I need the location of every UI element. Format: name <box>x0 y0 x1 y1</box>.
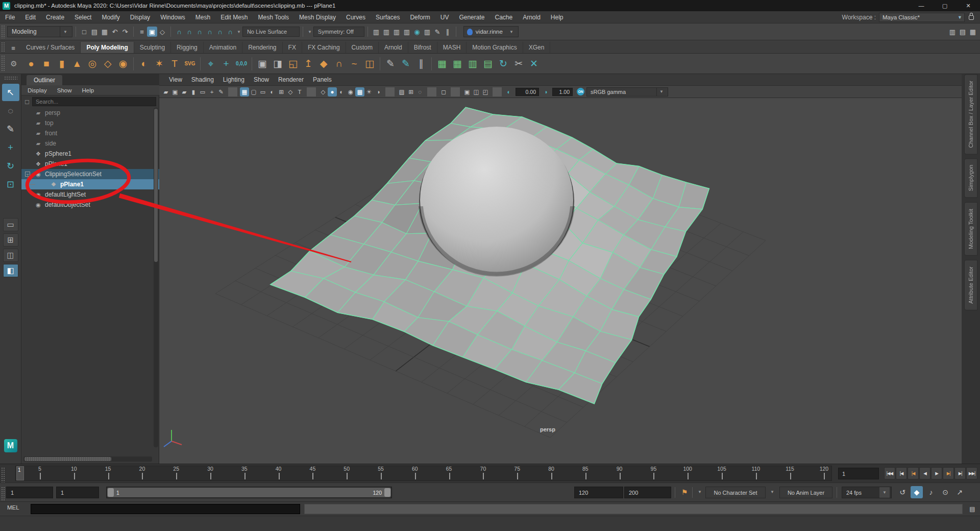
safe-title-icon[interactable]: T <box>295 87 304 96</box>
exposure-field[interactable]: 0.00 <box>516 88 539 96</box>
panel-tab[interactable]: Simplygon <box>964 158 977 198</box>
step-forward-frame-button[interactable]: ▶| <box>954 467 966 479</box>
make-object-live-icon[interactable]: ∩ <box>225 27 235 37</box>
layout-uv-icon[interactable]: ▤ <box>480 56 496 71</box>
ssao-icon[interactable]: ◫ <box>472 87 481 96</box>
select-camera-icon[interactable]: ▰ <box>161 87 170 96</box>
combine-icon[interactable]: ▣ <box>255 56 270 71</box>
single-pane-layout-button[interactable]: ▭ <box>3 218 18 231</box>
select-object-icon[interactable]: ▣ <box>147 27 157 37</box>
xray-joints-icon[interactable]: ◌ <box>415 87 425 96</box>
poly-disc-icon[interactable]: ◉ <box>115 56 131 71</box>
smooth-shade-icon[interactable]: ● <box>328 87 337 96</box>
extrude-icon[interactable]: ↥ <box>301 56 316 71</box>
poly-cone-icon[interactable]: ▲ <box>69 56 85 71</box>
close-button[interactable]: ✕ <box>957 0 980 11</box>
snap-to-projected-center-icon[interactable]: ∩ <box>205 27 215 37</box>
script-editor-icon[interactable]: ▤ <box>968 504 977 514</box>
menu-item[interactable]: Display <box>125 11 155 23</box>
loop-toggle-icon[interactable]: ↺ <box>896 486 909 498</box>
scrollbar-thumb[interactable] <box>154 109 158 262</box>
viewport-menu-item[interactable]: Show <box>249 76 274 83</box>
mute-audio-icon[interactable]: ♪ <box>925 486 937 498</box>
image-plane-icon[interactable]: ▭ <box>198 87 207 96</box>
outliner-menu-item[interactable]: Show <box>57 87 72 93</box>
outliner-tab[interactable]: Outliner <box>27 75 62 85</box>
anim-layer-select[interactable]: No Anim Layer <box>779 487 832 498</box>
character-set-select[interactable]: No Character Set <box>705 487 766 498</box>
poly-sphere-icon[interactable]: ● <box>23 56 39 71</box>
fps-select[interactable]: 24 fps ▼ <box>842 487 892 498</box>
maximize-button[interactable]: ▢ <box>933 0 957 11</box>
minimize-button[interactable]: — <box>910 0 933 11</box>
contrast-icon[interactable]: ◑ <box>541 87 550 96</box>
panel-tab[interactable]: Modeling Toolkit <box>964 202 977 256</box>
snap-to-curves-icon[interactable]: ∩ <box>184 27 194 37</box>
lock-camera-icon[interactable]: ▣ <box>170 87 180 96</box>
outliner-item[interactable]: ▰ top <box>21 118 159 128</box>
shelf-tab[interactable]: MASH <box>437 42 467 53</box>
chevron-down-icon[interactable]: ▼ <box>698 490 702 494</box>
step-forward-key-button[interactable]: ▶| <box>943 467 954 479</box>
viewport-menu-item[interactable]: Renderer <box>274 76 308 83</box>
shelf-menu-icon[interactable]: ≡ <box>8 43 18 53</box>
type-tool-icon[interactable]: T <box>167 56 182 71</box>
two-d-pan-zoom-icon[interactable]: + <box>207 87 216 96</box>
scale-tool[interactable]: ⊡ <box>2 176 19 193</box>
outliner-item[interactable]: ❖ pSphere1 <box>21 149 159 159</box>
vertical-scrollbar[interactable] <box>154 108 158 447</box>
camera-attributes-icon[interactable]: ▰ <box>180 87 189 96</box>
playback-start-field[interactable]: 1 <box>56 487 99 498</box>
menu-item[interactable]: File <box>0 11 20 23</box>
multi-cut-icon[interactable]: ✎ <box>383 56 398 71</box>
gamma-field[interactable]: 1.00 <box>552 88 573 96</box>
menu-item[interactable]: Mesh <box>190 11 215 23</box>
wireframe-on-shaded-icon[interactable]: ▩ <box>355 87 364 96</box>
time-slider[interactable]: 5101520253035404550556065707580859095100… <box>0 464 980 482</box>
pause-viewport-icon[interactable]: ∥ <box>443 27 453 37</box>
insert-edge-loop-icon[interactable]: ∥ <box>413 56 429 71</box>
shelf-tab[interactable]: Arnold <box>379 42 408 53</box>
select-component-icon[interactable]: ◇ <box>157 27 167 37</box>
animation-start-field[interactable]: 1 <box>6 487 53 498</box>
outliner-item[interactable]: ▰ front <box>21 128 159 138</box>
menu-item[interactable]: Select <box>69 11 96 23</box>
viewport-scene[interactable] <box>159 98 962 464</box>
shelf-tab[interactable]: FX Caching <box>302 42 346 53</box>
field-chart-icon[interactable]: ⊞ <box>277 87 286 96</box>
bridge-icon[interactable]: ∩ <box>331 56 347 71</box>
menu-item[interactable]: Create <box>41 11 69 23</box>
shelf-tab[interactable]: Bifrost <box>408 42 437 53</box>
light-editor-icon[interactable]: ▥ <box>422 27 432 37</box>
divider[interactable] <box>380 57 380 70</box>
uv-editor-icon[interactable]: ▦ <box>450 56 465 71</box>
resolution-gate-icon[interactable]: ▭ <box>258 87 267 96</box>
paint-select-tool[interactable]: ✎ <box>2 120 19 138</box>
mirror-icon[interactable]: ◫ <box>362 56 377 71</box>
colorspace-select[interactable]: sRGB gamma ▼ <box>586 87 668 96</box>
move-tool[interactable]: + <box>2 139 19 156</box>
current-frame-marker[interactable]: 1 <box>16 466 24 480</box>
shelf-tab[interactable]: Animation <box>204 42 242 53</box>
chevron-down-icon[interactable]: ▼ <box>237 30 241 34</box>
connect-icon[interactable]: ✎ <box>398 56 413 71</box>
play-forwards-button[interactable]: ▶ <box>931 467 942 479</box>
snap-to-view-planes-icon[interactable]: ∩ <box>215 27 225 37</box>
chevron-down-icon[interactable]: ▼ <box>308 30 312 34</box>
go-to-start-button[interactable]: |◀◀ <box>884 467 895 479</box>
xray-icon[interactable]: ▨ <box>397 87 406 96</box>
use-all-lights-icon[interactable]: ☀ <box>364 87 374 96</box>
zero-coordinates-icon[interactable]: 0,0,0 <box>234 56 249 71</box>
divider[interactable] <box>431 57 432 70</box>
shelf-tab[interactable]: Poly Modeling <box>81 42 134 53</box>
poly-plane-icon[interactable]: ◇ <box>100 56 115 71</box>
shelf-tab[interactable]: Rendering <box>242 42 282 53</box>
divider[interactable] <box>252 57 252 70</box>
poly-cube-icon[interactable]: ■ <box>39 56 54 71</box>
live-surface-icon[interactable]: ⌖ <box>203 56 218 71</box>
shelf-tab[interactable]: Sculpting <box>134 42 171 53</box>
viewport-menu-item[interactable]: Shading <box>187 76 218 83</box>
save-scene-icon[interactable]: ▦ <box>100 27 110 37</box>
snap-to-points-icon[interactable]: ∩ <box>194 27 205 37</box>
chevron-down-icon[interactable]: ▼ <box>770 490 774 494</box>
